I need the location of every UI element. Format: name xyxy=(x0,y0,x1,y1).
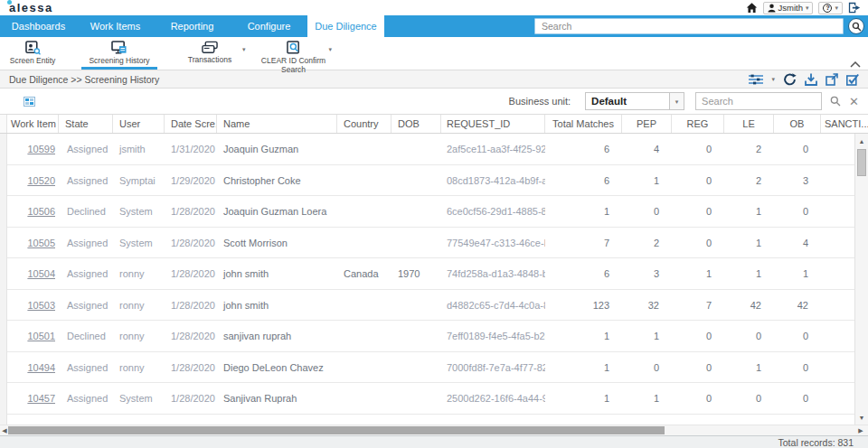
table-row[interactable]: 10455DeclinedSystem1/28/2020 ...Joaquin … xyxy=(0,415,868,425)
cell-ob: 42 xyxy=(774,300,821,311)
cell-ob: 0 xyxy=(774,362,821,373)
work-item-link[interactable]: 10504 xyxy=(7,268,59,279)
row-gutter xyxy=(0,196,7,228)
refresh-icon[interactable] xyxy=(783,73,797,86)
cell-user: ronny xyxy=(113,331,165,341)
column-header-user[interactable]: User xyxy=(113,115,165,133)
vertical-scrollbar[interactable]: ▲ ▼ xyxy=(854,134,868,425)
validate-checkbox-icon[interactable] xyxy=(846,73,859,86)
vertical-scrollbar-thumb[interactable] xyxy=(857,149,866,176)
table-row[interactable]: 10505AssignedSystem1/28/2020 ...Scott Mo… xyxy=(0,228,868,259)
column-header-sanctions[interactable]: SANCTI... xyxy=(821,115,868,133)
cell-le: 1 xyxy=(724,206,774,217)
scroll-right-arrow-icon[interactable]: ▶ xyxy=(856,425,865,435)
table-row[interactable]: 10520AssignedSymptai1/29/2020 ...Christo… xyxy=(0,165,868,197)
global-search-button[interactable] xyxy=(848,18,864,34)
chevron-down-icon: ▾ xyxy=(806,5,809,11)
horizontal-scrollbar[interactable]: ◀ ▶ xyxy=(0,425,868,435)
scroll-up-arrow-icon[interactable]: ▲ xyxy=(855,135,868,147)
work-item-link[interactable]: 10505 xyxy=(7,238,59,248)
view-options-icon[interactable] xyxy=(749,74,763,85)
clear-id-caret-icon[interactable]: ▾ xyxy=(329,46,333,53)
table-search-icon[interactable] xyxy=(830,96,841,107)
columns-icon[interactable] xyxy=(24,97,35,107)
main-nav: Dashboards Work Items Reporting Configur… xyxy=(0,15,868,37)
cell-state: Assigned xyxy=(59,268,113,279)
logout-icon[interactable] xyxy=(848,2,861,14)
cell-state: Assigned xyxy=(59,300,113,311)
cell-reg: 0 xyxy=(672,206,724,217)
column-header-total_matches[interactable]: Total Matches xyxy=(545,115,622,133)
toolbar-item-screen-entity[interactable]: Screen Entity xyxy=(4,37,61,70)
cell-ob: 1 xyxy=(774,268,821,279)
column-header-reg[interactable]: REG xyxy=(672,115,724,133)
toolbar-item-transactions[interactable]: Transactions xyxy=(177,37,242,70)
column-header-country[interactable]: Country xyxy=(337,115,392,133)
work-item-link[interactable]: 10599 xyxy=(7,144,59,154)
column-header-pep[interactable]: PEP xyxy=(622,115,672,133)
toolbar-item-screening-history[interactable]: Screening History xyxy=(81,37,157,70)
export-icon[interactable] xyxy=(826,73,838,86)
business-unit-dropdown[interactable]: Default ▾ xyxy=(585,92,684,110)
column-header-le[interactable]: LE xyxy=(724,115,774,133)
table-search-input[interactable] xyxy=(695,92,822,110)
home-icon[interactable] xyxy=(746,3,758,14)
nav-item-dashboards[interactable]: Dashboards xyxy=(0,15,77,37)
global-search-input[interactable] xyxy=(534,18,844,34)
cell-ob: 0 xyxy=(774,393,821,404)
work-item-link[interactable]: 10501 xyxy=(7,331,59,341)
nav-item-configure[interactable]: Configure xyxy=(231,15,307,37)
cell-name: Joaquin Guzman xyxy=(217,144,337,154)
cell-reg: 0 xyxy=(672,238,724,248)
toolbar-item-label: Transactions xyxy=(188,56,231,65)
transactions-icon xyxy=(202,41,218,54)
table-row[interactable]: 10457AssignedSystem1/28/2020 ...Sanjivan… xyxy=(0,383,868,415)
nav-item-reporting[interactable]: Reporting xyxy=(154,15,231,37)
search-icon xyxy=(852,22,862,32)
download-icon[interactable] xyxy=(805,73,817,86)
toolbar-item-label: Screening History xyxy=(89,57,149,66)
table-row[interactable]: 10599Assignedjsmith1/31/2020 ...Joaquin … xyxy=(0,134,868,165)
top-bar: alessa Jsmith ▾ ? ▾ xyxy=(0,0,868,15)
work-item-link[interactable]: 10520 xyxy=(7,175,59,186)
app-window: alessa Jsmith ▾ ? ▾ Dashboards Work I xyxy=(0,0,868,448)
cell-name: Sanjivan Ruprah xyxy=(217,393,337,404)
work-item-link[interactable]: 10457 xyxy=(7,393,59,404)
help-menu-button[interactable]: ? ▾ xyxy=(818,2,843,14)
transactions-caret-icon[interactable]: ▾ xyxy=(242,46,246,53)
work-item-link[interactable]: 10506 xyxy=(7,206,59,217)
table-row[interactable]: 10501Declinedronny1/28/2020 ...sanjivan … xyxy=(0,321,868,352)
cell-ob: 0 xyxy=(774,331,821,341)
cell-reg: 0 xyxy=(672,175,724,186)
table-row[interactable]: 10494Assignedronny1/28/2020 ...Diego DeL… xyxy=(0,352,868,384)
column-header-ob[interactable]: OB xyxy=(774,115,821,133)
column-header-date_screened[interactable]: Date Scre... xyxy=(165,115,217,133)
column-header-work_item_id[interactable]: Work Item ID xyxy=(7,115,59,133)
clear-search-icon[interactable]: ✕ xyxy=(849,96,859,107)
view-options-caret-icon[interactable]: ▾ xyxy=(771,76,775,82)
work-item-link[interactable]: 10494 xyxy=(7,362,59,373)
scroll-down-arrow-icon[interactable]: ▼ xyxy=(855,411,868,424)
nav-item-work-items[interactable]: Work Items xyxy=(77,15,154,37)
column-header-state[interactable]: State xyxy=(59,115,113,133)
toolbar-item-clear-id-confirm-search[interactable]: CLEAR ID Confirm Search xyxy=(259,37,329,70)
column-header-name[interactable]: Name xyxy=(217,115,337,133)
column-header-request_id[interactable]: REQUEST_ID xyxy=(441,115,545,133)
column-header-dob[interactable]: DOB xyxy=(392,115,441,133)
cell-pep: 1 xyxy=(622,175,672,186)
chevron-down-icon: ▾ xyxy=(835,5,838,11)
table-row[interactable]: 10504Assignedronny1/28/2020 ...john smit… xyxy=(0,258,868,290)
row-gutter xyxy=(0,321,7,352)
user-menu-button[interactable]: Jsmith ▾ xyxy=(763,2,814,14)
work-item-link[interactable]: 10503 xyxy=(7,300,59,311)
horizontal-scrollbar-thumb[interactable] xyxy=(8,426,665,434)
cell-request_id: 2af5ce11-aa3f-4f25-9220-2... xyxy=(441,144,545,154)
table-row[interactable]: 10503Assignedronny1/28/2020 ...john smit… xyxy=(0,290,868,322)
collapse-toolbar-chevron-up-icon[interactable] xyxy=(850,61,861,68)
cell-state: Assigned xyxy=(59,362,113,373)
cell-request_id: d4882c65-c7d4-4c0a-8443... xyxy=(441,300,545,311)
cell-request_id: 74fd258a-d1a3-4848-b354... xyxy=(441,268,545,279)
nav-item-due-diligence[interactable]: Due Diligence xyxy=(307,15,384,37)
table-row[interactable]: 10506DeclinedSystem1/28/2020 ...Joaquin … xyxy=(0,196,868,228)
cell-request_id: 7eff0189-f4e5-4fa5-b2ec-0... xyxy=(441,331,545,341)
